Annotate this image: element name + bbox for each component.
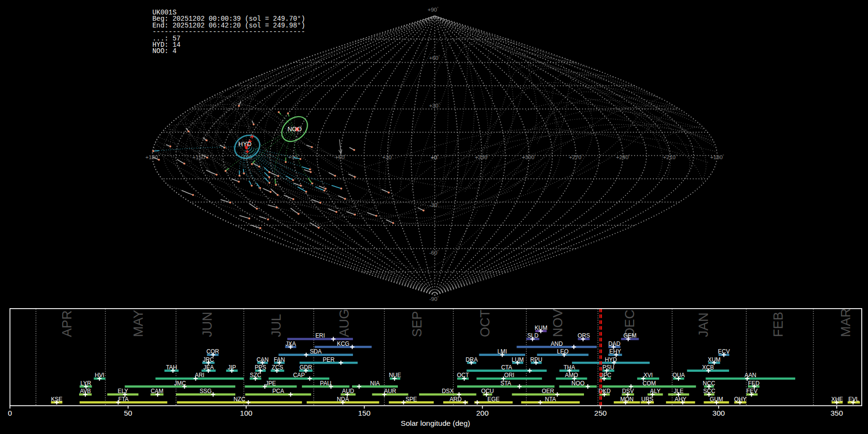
svg-text:SSG: SSG bbox=[200, 388, 212, 394]
svg-text:KCG: KCG bbox=[337, 340, 350, 347]
svg-text:AMO: AMO bbox=[565, 372, 578, 379]
svg-text:ECV: ECV bbox=[718, 348, 730, 355]
svg-text:JLE: JLE bbox=[674, 388, 684, 394]
svg-text:50: 50 bbox=[124, 409, 133, 417]
svg-text:GDR: GDR bbox=[299, 364, 312, 371]
svg-text:SCC: SCC bbox=[703, 388, 716, 394]
svg-text:AUR: AUR bbox=[384, 388, 397, 394]
svg-text:NOO: NOO bbox=[287, 125, 302, 133]
svg-text:CAN: CAN bbox=[257, 356, 269, 363]
svg-text:KUM: KUM bbox=[535, 325, 547, 331]
svg-text:ALY: ALY bbox=[650, 388, 661, 394]
svg-text:SEP: SEP bbox=[410, 311, 424, 337]
svg-text:350: 350 bbox=[830, 409, 843, 417]
svg-text:PCA: PCA bbox=[272, 388, 285, 394]
svg-text:COM: COM bbox=[642, 380, 656, 387]
svg-text:RPU: RPU bbox=[530, 356, 542, 363]
svg-text:GEM: GEM bbox=[624, 332, 637, 339]
svg-text:ZCS: ZCS bbox=[272, 364, 284, 371]
svg-text:DSX: DSX bbox=[442, 388, 454, 394]
svg-text:EGE: EGE bbox=[488, 396, 500, 403]
svg-text:JAN: JAN bbox=[696, 312, 711, 337]
svg-text:AUG: AUG bbox=[337, 309, 352, 337]
svg-text:PAU: PAU bbox=[320, 380, 332, 387]
svg-text:SLD: SLD bbox=[527, 332, 539, 339]
svg-text:ERI: ERI bbox=[315, 332, 325, 339]
svg-text:ORI: ORI bbox=[504, 372, 514, 379]
svg-text:DRA: DRA bbox=[466, 356, 478, 363]
svg-text:NUE: NUE bbox=[389, 372, 401, 379]
svg-text:AND: AND bbox=[551, 340, 563, 347]
svg-text:QHY: QHY bbox=[734, 396, 746, 403]
svg-text:LYR: LYR bbox=[81, 380, 92, 387]
svg-text:+180°: +180° bbox=[710, 154, 724, 160]
svg-text:XUM: XUM bbox=[708, 356, 720, 363]
svg-text:ARI: ARI bbox=[195, 372, 204, 379]
svg-text:XCB: XCB bbox=[702, 364, 714, 371]
svg-text:SZC: SZC bbox=[250, 372, 261, 379]
svg-text:EVL: EVL bbox=[848, 396, 859, 403]
svg-text:JEA: JEA bbox=[203, 364, 214, 371]
svg-text:Solar longitude (deg): Solar longitude (deg) bbox=[401, 419, 470, 427]
svg-text:JPE: JPE bbox=[265, 380, 276, 387]
svg-text:AVB: AVB bbox=[80, 388, 91, 394]
svg-text:CAP: CAP bbox=[293, 372, 305, 379]
svg-text:200: 200 bbox=[476, 409, 488, 417]
svg-text:NOV: NOV bbox=[551, 309, 565, 337]
svg-text:STA: STA bbox=[501, 380, 511, 387]
svg-text:300: 300 bbox=[712, 409, 725, 417]
svg-text:JUL: JUL bbox=[269, 314, 284, 337]
svg-text:AAN: AAN bbox=[745, 372, 756, 379]
svg-text:APR: APR bbox=[60, 310, 74, 337]
svg-text:LUM: LUM bbox=[512, 356, 524, 363]
svg-text:NTA: NTA bbox=[545, 396, 556, 403]
svg-text:ARD: ARD bbox=[449, 396, 462, 403]
svg-text:FAN: FAN bbox=[274, 356, 285, 363]
svg-text:+150°: +150° bbox=[192, 154, 206, 160]
svg-text:OCT: OCT bbox=[478, 310, 492, 337]
svg-text:+270°: +270° bbox=[569, 154, 583, 160]
svg-text:250: 250 bbox=[594, 409, 607, 417]
svg-text:URS: URS bbox=[641, 396, 653, 403]
svg-text:PPS: PPS bbox=[255, 364, 266, 371]
svg-text:JRC: JRC bbox=[203, 356, 215, 363]
svg-text:NZC: NZC bbox=[233, 396, 245, 403]
svg-text:FEB: FEB bbox=[771, 312, 786, 337]
svg-text:LMI: LMI bbox=[497, 348, 507, 355]
svg-text:NOO: 4: NOO: 4 bbox=[152, 47, 176, 55]
svg-text:KSE: KSE bbox=[51, 396, 63, 403]
svg-text:AUD: AUD bbox=[342, 388, 354, 394]
svg-text:FTA: FTA bbox=[118, 396, 129, 403]
svg-text:NDA: NDA bbox=[337, 396, 349, 403]
svg-text:150: 150 bbox=[358, 409, 371, 417]
svg-text:HYD: HYD bbox=[238, 140, 251, 148]
svg-text:JIP: JIP bbox=[228, 364, 236, 371]
svg-text:SDA: SDA bbox=[310, 348, 322, 355]
svg-text:THA: THA bbox=[564, 364, 575, 371]
svg-text:NIA: NIA bbox=[370, 380, 380, 387]
svg-text:JMC: JMC bbox=[174, 380, 186, 387]
svg-text:HYD: HYD bbox=[605, 356, 617, 363]
svg-text:+60°: +60° bbox=[429, 54, 440, 61]
svg-text:COR: COR bbox=[206, 348, 219, 355]
svg-text:ELY: ELY bbox=[118, 388, 128, 394]
svg-text:+30°: +30° bbox=[382, 154, 393, 160]
svg-text:DAD: DAD bbox=[608, 340, 621, 347]
svg-text:SPE: SPE bbox=[406, 396, 417, 403]
svg-text:OER: OER bbox=[542, 388, 554, 394]
svg-text:OCU: OCU bbox=[481, 388, 494, 394]
svg-text:MON: MON bbox=[620, 396, 634, 403]
svg-text:+90°: +90° bbox=[288, 154, 299, 160]
svg-text:GUM: GUM bbox=[710, 396, 723, 403]
svg-text:AHY: AHY bbox=[675, 396, 687, 403]
svg-text:+210°: +210° bbox=[663, 154, 677, 160]
svg-text:+90°: +90° bbox=[428, 6, 439, 13]
svg-text:TAH: TAH bbox=[166, 364, 177, 371]
svg-text:MAY: MAY bbox=[131, 310, 146, 337]
svg-text:+240°: +240° bbox=[616, 154, 630, 160]
svg-text:DSV: DSV bbox=[622, 388, 634, 394]
svg-text:XHE: XHE bbox=[831, 396, 843, 403]
svg-text:HVI: HVI bbox=[95, 372, 105, 379]
svg-text:JUN: JUN bbox=[200, 312, 215, 338]
svg-text:NCC: NCC bbox=[703, 380, 715, 387]
